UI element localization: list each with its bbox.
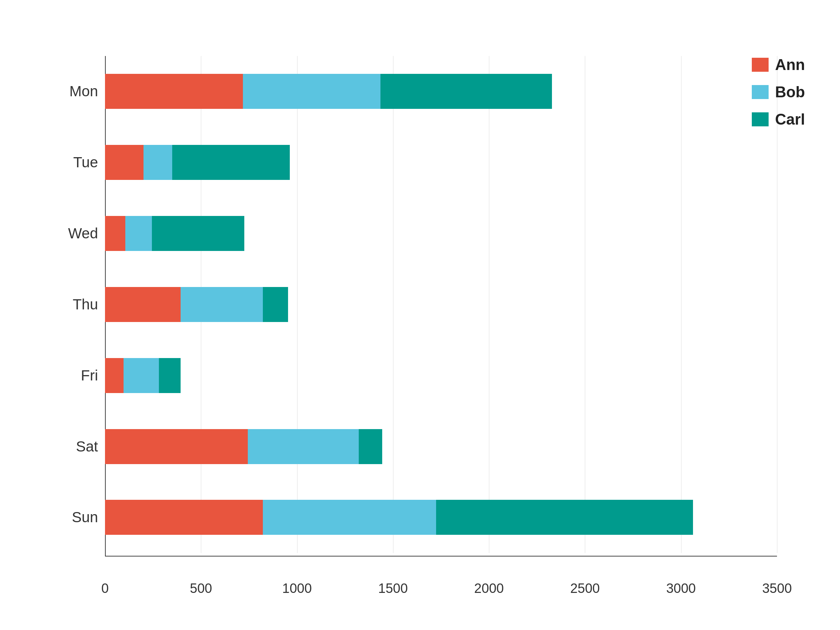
segment-fri-ann	[105, 358, 123, 393]
bar-group-fri	[105, 358, 181, 393]
day-label-sat: Sat	[42, 438, 98, 455]
x-tick-500: 500	[190, 581, 212, 596]
bar-group-tue	[105, 145, 290, 180]
x-tick-1000: 1000	[282, 581, 312, 596]
bar-group-wed	[105, 216, 244, 251]
segment-sun-bob	[263, 500, 436, 535]
segment-sat-carl	[359, 429, 382, 464]
x-tick-0: 0	[101, 581, 109, 596]
segment-mon-carl	[381, 74, 552, 109]
legend-item-ann: Ann	[752, 56, 805, 74]
day-label-fri: Fri	[42, 367, 98, 384]
bar-row-sat: Sat	[105, 422, 777, 471]
bar-row-thu: Thu	[105, 280, 777, 329]
legend-color-ann	[752, 58, 769, 72]
segment-sun-ann	[105, 500, 263, 535]
legend-item-carl: Carl	[752, 111, 805, 128]
day-label-mon: Mon	[42, 83, 98, 100]
segment-wed-carl	[152, 216, 244, 251]
day-label-thu: Thu	[42, 296, 98, 313]
segment-tue-bob	[144, 145, 172, 180]
segment-thu-ann	[105, 287, 181, 322]
bar-row-fri: Fri	[105, 351, 777, 400]
x-tick-2000: 2000	[474, 581, 504, 596]
segment-sat-bob	[248, 429, 359, 464]
bar-group-mon	[105, 74, 552, 109]
x-tick-3500: 3500	[762, 581, 792, 596]
x-tick-1500: 1500	[378, 581, 408, 596]
chart-area: MonTueWedThuFriSatSun 050010001500200025…	[105, 56, 777, 553]
bar-row-wed: Wed	[105, 209, 777, 258]
x-axis-line	[105, 556, 777, 556]
legend-color-bob	[752, 85, 769, 99]
x-tick-2500: 2500	[570, 581, 600, 596]
bars-area: MonTueWedThuFriSatSun	[105, 56, 777, 553]
bar-row-sun: Sun	[105, 493, 777, 542]
segment-thu-bob	[181, 287, 263, 322]
segment-thu-carl	[263, 287, 288, 322]
legend-label-carl: Carl	[775, 111, 805, 128]
chart-container: MonTueWedThuFriSatSun 050010001500200025…	[35, 35, 805, 595]
segment-tue-carl	[172, 145, 290, 180]
segment-wed-bob	[125, 216, 152, 251]
day-label-wed: Wed	[42, 225, 98, 242]
segment-fri-bob	[123, 358, 159, 393]
segment-sun-carl	[436, 500, 693, 535]
segment-sat-ann	[105, 429, 248, 464]
legend-color-carl	[752, 112, 769, 126]
segment-mon-bob	[243, 74, 381, 109]
x-tick-3000: 3000	[666, 581, 696, 596]
bar-group-thu	[105, 287, 288, 322]
segment-mon-ann	[105, 74, 243, 109]
legend-label-bob: Bob	[775, 83, 805, 101]
day-label-sun: Sun	[42, 509, 98, 526]
bar-group-sat	[105, 429, 382, 464]
legend: AnnBobCarl	[752, 56, 805, 128]
segment-wed-ann	[105, 216, 125, 251]
bar-group-sun	[105, 500, 693, 535]
grid-line-3500	[777, 56, 777, 553]
day-label-tue: Tue	[42, 154, 98, 171]
segment-fri-carl	[159, 358, 181, 393]
bar-row-tue: Tue	[105, 138, 777, 187]
legend-item-bob: Bob	[752, 83, 805, 101]
bar-row-mon: Mon	[105, 67, 777, 116]
segment-tue-ann	[105, 145, 144, 180]
legend-label-ann: Ann	[775, 56, 805, 74]
